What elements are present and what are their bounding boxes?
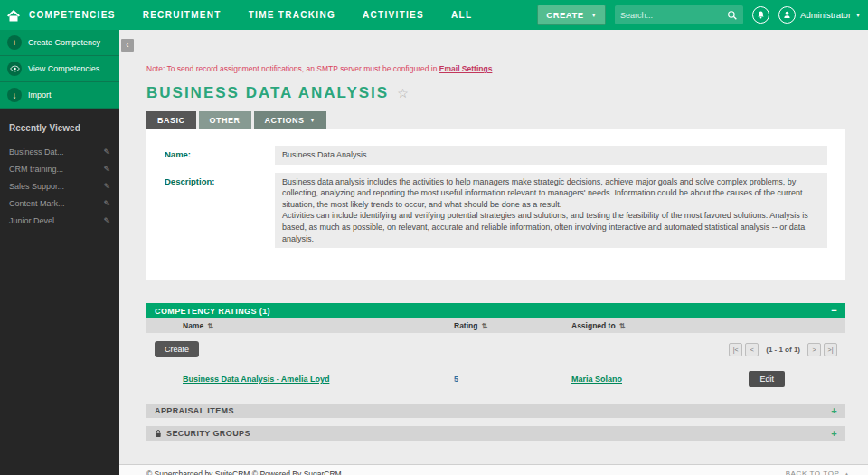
sidebar-collapse-button[interactable]: ‹ bbox=[121, 39, 134, 52]
suitecrm-app: COMPETENCIES RECRUITMENT TIME TRACKING A… bbox=[0, 0, 868, 475]
recent-item-label: Content Mark... bbox=[9, 199, 65, 208]
edit-pencil-icon[interactable]: ✎ bbox=[103, 216, 110, 225]
security-groups-header[interactable]: SECURITY GROUPS + bbox=[146, 426, 845, 441]
rating-name-link[interactable]: Business Data Analysis - Amelia Loyd bbox=[146, 375, 454, 384]
body-row: + Create Competency View Competencies ↓ … bbox=[0, 30, 868, 475]
back-to-top-link[interactable]: BACK TO TOP ▲ bbox=[786, 470, 850, 475]
content-inner: Note: To send record assignment notifica… bbox=[119, 30, 868, 441]
edit-pencil-icon[interactable]: ✎ bbox=[103, 182, 110, 191]
page-title: BUSINESS DATA ANALYSIS ☆ bbox=[146, 84, 845, 102]
expand-panel-icon[interactable]: + bbox=[831, 429, 837, 439]
import-icon: ↓ bbox=[7, 88, 22, 102]
smtp-note-suffix: . bbox=[492, 64, 494, 73]
notifications-button[interactable] bbox=[752, 6, 769, 24]
sidebar-item-view-competencies[interactable]: View Competencies bbox=[0, 56, 119, 82]
chevron-down-icon: ▼ bbox=[310, 118, 316, 123]
name-label: Name: bbox=[165, 146, 275, 165]
detail-row-description: Description: Business data analysis incl… bbox=[165, 173, 827, 249]
recent-item[interactable]: Sales Suppor... ✎ bbox=[0, 178, 119, 195]
eye-icon bbox=[7, 62, 22, 76]
chevron-down-icon: ▼ bbox=[591, 13, 597, 18]
competency-ratings-panel: COMPETENCY RATINGS (1) − Name ⇅ Rating ⇅ bbox=[146, 303, 845, 395]
sort-icon[interactable]: ⇅ bbox=[619, 322, 626, 330]
edit-pencil-icon[interactable]: ✎ bbox=[103, 199, 110, 208]
collapse-panel-icon[interactable]: − bbox=[831, 306, 837, 316]
tab-other[interactable]: OTHER bbox=[199, 111, 251, 129]
pagination: |< < (1 - 1 of 1) > >| bbox=[729, 343, 837, 356]
recently-viewed-title: Recently Viewed bbox=[0, 109, 119, 144]
nav-item-competencies[interactable]: COMPETENCIES bbox=[29, 10, 116, 20]
user-avatar bbox=[778, 6, 796, 24]
pagination-last-button[interactable]: >| bbox=[824, 343, 837, 356]
security-groups-title: SECURITY GROUPS bbox=[166, 429, 250, 438]
pagination-first-button[interactable]: |< bbox=[729, 343, 742, 356]
bell-icon bbox=[756, 10, 766, 20]
arrow-up-icon: ▲ bbox=[844, 471, 850, 475]
main-menu: COMPETENCIES RECRUITMENT TIME TRACKING A… bbox=[29, 10, 472, 20]
sidebar-item-label: Create Competency bbox=[28, 38, 100, 47]
create-rating-button[interactable]: Create bbox=[155, 341, 199, 357]
page-footer: © Supercharged by SuiteCRM © Powered By … bbox=[119, 464, 868, 475]
edit-pencil-icon[interactable]: ✎ bbox=[103, 147, 110, 157]
recent-item[interactable]: Business Dat... ✎ bbox=[0, 144, 119, 161]
recent-item-label: CRM training... bbox=[9, 165, 63, 174]
edit-pencil-icon[interactable]: ✎ bbox=[103, 165, 110, 174]
sidebar-item-label: View Competencies bbox=[28, 64, 99, 73]
top-navbar: COMPETENCIES RECRUITMENT TIME TRACKING A… bbox=[0, 0, 868, 30]
rating-value: 5 bbox=[454, 375, 571, 384]
competency-ratings-title: COMPETENCY RATINGS (1) bbox=[155, 307, 270, 316]
create-button-label: CREATE bbox=[546, 10, 583, 20]
create-button[interactable]: CREATE ▼ bbox=[537, 5, 606, 25]
page-title-text: BUSINESS DATA ANALYSIS bbox=[146, 84, 389, 102]
pagination-prev-button[interactable]: < bbox=[745, 343, 759, 356]
lock-icon bbox=[155, 429, 162, 438]
pagination-next-button[interactable]: > bbox=[807, 343, 821, 356]
recent-item-label: Business Dat... bbox=[9, 147, 64, 157]
smtp-note: Note: To send record assignment notifica… bbox=[146, 64, 845, 73]
column-header-name[interactable]: Name ⇅ bbox=[146, 321, 454, 330]
nav-item-all[interactable]: ALL bbox=[451, 10, 472, 20]
sort-icon[interactable]: ⇅ bbox=[481, 322, 487, 330]
nav-item-time-tracking[interactable]: TIME TRACKING bbox=[249, 10, 335, 20]
favorite-star-icon[interactable]: ☆ bbox=[397, 86, 410, 100]
home-button[interactable] bbox=[0, 0, 27, 30]
tab-basic[interactable]: BASIC bbox=[146, 111, 196, 129]
recent-item[interactable]: CRM training... ✎ bbox=[0, 161, 119, 178]
email-settings-link[interactable]: Email Settings bbox=[439, 64, 493, 73]
pagination-range: (1 - 1 of 1) bbox=[766, 346, 800, 354]
recent-item[interactable]: Content Mark... ✎ bbox=[0, 195, 119, 213]
assigned-to-link[interactable]: Maria Solano bbox=[571, 375, 749, 384]
competency-ratings-header[interactable]: COMPETENCY RATINGS (1) − bbox=[146, 303, 845, 318]
column-header-assigned-to[interactable]: Assigned to ⇅ bbox=[571, 321, 845, 330]
description-value: Business data analysis includes the acti… bbox=[275, 173, 827, 249]
topbar-right: CREATE ▼ bbox=[537, 5, 868, 25]
detail-row-name: Name: Business Data Analysis bbox=[165, 146, 827, 165]
recent-item[interactable]: Junior Devel... ✎ bbox=[0, 213, 119, 230]
ratings-toolbar: Create |< < (1 - 1 of 1) > >| bbox=[146, 333, 845, 363]
tab-actions[interactable]: ACTIONS ▼ bbox=[254, 111, 326, 129]
nav-item-activities[interactable]: ACTIVITIES bbox=[363, 10, 424, 20]
user-menu[interactable]: Administrator ▼ bbox=[778, 6, 861, 24]
smtp-note-text: Note: To send record assignment notifica… bbox=[146, 64, 437, 73]
column-label: Name bbox=[183, 321, 203, 330]
search-input[interactable] bbox=[620, 11, 727, 20]
appraisal-items-header[interactable]: APPRAISAL ITEMS + bbox=[146, 404, 845, 418]
expand-panel-icon[interactable]: + bbox=[831, 406, 837, 416]
sidebar-item-import[interactable]: ↓ Import bbox=[0, 82, 119, 109]
home-icon bbox=[6, 9, 21, 22]
plus-icon: + bbox=[7, 35, 22, 50]
user-name: Administrator bbox=[800, 10, 851, 20]
table-row: Business Data Analysis - Amelia Loyd 5 M… bbox=[146, 363, 845, 395]
column-header-rating[interactable]: Rating ⇅ bbox=[454, 321, 571, 330]
ratings-table-header: Name ⇅ Rating ⇅ Assigned to ⇅ bbox=[146, 318, 845, 333]
detail-panel: Name: Business Data Analysis Description… bbox=[146, 129, 845, 280]
sort-icon[interactable]: ⇅ bbox=[207, 322, 213, 330]
sidebar-item-label: Import bbox=[28, 90, 52, 100]
search-icon[interactable] bbox=[727, 10, 738, 21]
edit-button[interactable]: Edit bbox=[749, 371, 785, 387]
sidebar-item-create-competency[interactable]: + Create Competency bbox=[0, 30, 119, 56]
sidebar: + Create Competency View Competencies ↓ … bbox=[0, 30, 119, 475]
nav-item-recruitment[interactable]: RECRUITMENT bbox=[143, 10, 222, 20]
recent-item-label: Junior Devel... bbox=[9, 216, 61, 225]
copyright-text: © Supercharged by SuiteCRM © Powered By … bbox=[146, 470, 342, 475]
